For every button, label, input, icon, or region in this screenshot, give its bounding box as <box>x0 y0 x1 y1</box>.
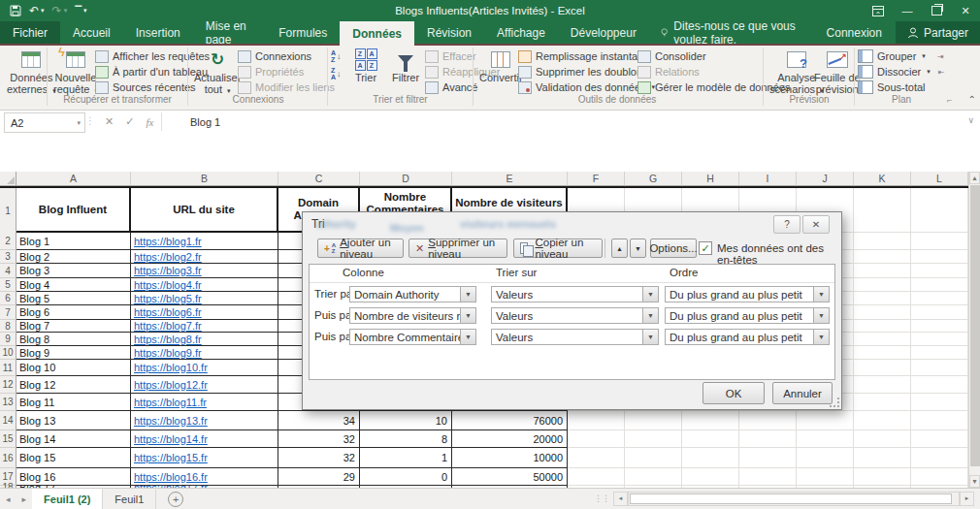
column-header-A[interactable]: A <box>16 172 131 186</box>
cell-blog-url[interactable]: https://blog13.fr <box>131 411 278 430</box>
empty-cell[interactable] <box>625 411 682 430</box>
copy-level-button[interactable]: Copier un niveau <box>513 239 603 258</box>
blog-hyperlink[interactable]: https://blog15.fr <box>134 452 208 463</box>
row-header-2[interactable]: 2 <box>0 233 16 250</box>
customize-qat-icon[interactable]: ▔▾ <box>75 6 86 16</box>
row-header-13[interactable]: 13 <box>0 394 16 411</box>
ok-button[interactable]: OK <box>702 382 765 404</box>
empty-cell[interactable] <box>911 411 968 430</box>
formula-bar-splitter[interactable]: ⋮ <box>85 115 96 126</box>
blog-hyperlink[interactable]: https://blog3.fr <box>134 265 202 276</box>
blog-hyperlink[interactable]: https://blog8.fr <box>134 334 202 345</box>
tell-me-box[interactable]: Dites-nous ce que vous voulez faire. <box>649 21 813 44</box>
plan-dialog-launcher-icon[interactable]: ⌐ <box>947 95 952 105</box>
cell-blog-name[interactable]: Blog 16 <box>16 468 131 486</box>
show-detail-icon[interactable]: ⇥ <box>937 52 944 61</box>
minimize-button[interactable]: — <box>893 0 922 21</box>
cell-blog-name[interactable]: Blog 10 <box>16 360 131 376</box>
cell-blog-url[interactable]: https://blog3.fr <box>131 264 278 278</box>
empty-cell[interactable] <box>854 430 911 448</box>
cell-commentaires[interactable]: 8 <box>360 430 452 448</box>
tab-scroll-splitter[interactable]: ⋮⋮ <box>594 493 609 503</box>
empty-cell[interactable] <box>797 468 854 486</box>
empty-cell[interactable] <box>854 305 911 320</box>
cell-blog-url[interactable]: https://blog1.fr <box>131 233 278 250</box>
sheet-tab-feuil1-2[interactable]: Feuil1 (2) <box>32 489 103 509</box>
blog-hyperlink[interactable]: https://blog11.fr <box>134 397 207 408</box>
empty-cell[interactable] <box>854 264 911 278</box>
sous-total-button[interactable]: Sous-total <box>858 80 944 95</box>
close-button[interactable]: ✕ <box>951 0 980 21</box>
cell-blog-name[interactable]: Blog 9 <box>16 346 131 360</box>
cell-blog-url[interactable]: https://blog12.fr <box>131 376 278 394</box>
feuille-de-prevision-button[interactable]: Feuille de prévision <box>811 47 864 97</box>
formula-bar-collapse-icon[interactable]: ∨ <box>967 115 974 125</box>
empty-cell[interactable] <box>911 468 968 486</box>
empty-cell[interactable] <box>911 292 968 305</box>
empty-cell[interactable] <box>568 468 625 486</box>
supprimer-les-doublons-button[interactable]: Supprimer les doublons <box>518 64 655 80</box>
formula-content[interactable]: Blog 1 <box>190 112 220 131</box>
column-header-E[interactable]: E <box>452 172 568 186</box>
column-header-G[interactable]: G <box>625 172 682 186</box>
cell-blog-name[interactable]: Blog 6 <box>16 305 131 320</box>
cell-blog-url[interactable]: https://blog10.fr <box>131 360 278 376</box>
cell-blog-url[interactable]: https://blog5.fr <box>131 292 278 305</box>
blog-hyperlink[interactable]: https://blog1.fr <box>134 236 202 247</box>
cell-visiteurs[interactable]: 20000 <box>452 430 568 448</box>
row-header-15[interactable]: 15 <box>0 430 16 448</box>
trier-button[interactable]: ZAAZ Trier <box>351 47 380 85</box>
cell-domain-authority[interactable]: 34 <box>278 411 360 430</box>
ribbon-tab-développeur[interactable]: Développeur <box>558 21 649 44</box>
cell-blog-url[interactable]: https://blog6.fr <box>131 305 278 320</box>
options-button[interactable]: Options... <box>650 239 697 258</box>
ribbon-tab-fichier[interactable]: Fichier <box>0 21 60 44</box>
empty-cell[interactable] <box>911 188 968 233</box>
move-level-up-button[interactable]: ▲ <box>611 239 628 258</box>
column-header-K[interactable]: K <box>854 172 911 186</box>
empty-cell[interactable] <box>739 468 797 486</box>
cancel-entry-icon[interactable]: ✕ <box>105 115 114 128</box>
cell-domain-authority[interactable]: 32 <box>278 430 360 448</box>
empty-cell[interactable] <box>911 394 968 411</box>
row-header-4[interactable]: 4 <box>0 264 16 278</box>
undo-icon[interactable]: ↶▾ <box>29 4 45 17</box>
empty-cell[interactable] <box>854 411 911 430</box>
column-header-F[interactable]: F <box>568 172 625 186</box>
empty-cell[interactable] <box>854 292 911 305</box>
cell-commentaires[interactable]: 0 <box>360 468 452 486</box>
empty-cell[interactable] <box>854 448 911 468</box>
row-header-11[interactable]: 11 <box>0 360 16 376</box>
ribbon-tab-insertion[interactable]: Insertion <box>123 21 193 44</box>
save-icon[interactable] <box>10 5 21 16</box>
sheet-nav-right-icon[interactable]: ▸ <box>16 494 33 504</box>
add-level-button[interactable]: +AZ Ajouter un niveau <box>317 239 404 258</box>
empty-cell[interactable] <box>739 448 797 468</box>
vertical-scrollbar[interactable]: ▲ ▼ <box>968 172 980 488</box>
sort-on-select[interactable]: Valeurs▼ <box>491 307 659 324</box>
empty-cell[interactable] <box>911 430 968 448</box>
partager-button[interactable]: Partager <box>896 21 980 44</box>
empty-cell[interactable] <box>739 430 797 448</box>
move-level-down-button[interactable]: ▼ <box>630 239 646 258</box>
cell-visiteurs[interactable]: 10000 <box>452 448 568 468</box>
header-cell-blog-influent[interactable]: Blog Influent <box>16 188 131 233</box>
blog-hyperlink[interactable]: https://blog12.fr <box>134 379 208 391</box>
horizontal-scroll-thumb[interactable] <box>630 493 952 504</box>
row-header-5[interactable]: 5 <box>0 278 16 292</box>
order-select[interactable]: Du plus grand au plus petit▼ <box>665 307 830 324</box>
cell-blog-name[interactable]: Blog 15 <box>16 448 131 468</box>
cell-blog-url[interactable]: https://blog4.fr <box>131 278 278 292</box>
sort-az-button[interactable]: AZ↓ <box>331 49 342 63</box>
row-header-10[interactable]: 10 <box>0 346 16 360</box>
blog-hyperlink[interactable]: https://blog13.fr <box>134 415 208 427</box>
empty-cell[interactable] <box>854 320 911 333</box>
empty-cell[interactable] <box>911 305 968 320</box>
restore-button[interactable] <box>922 0 951 21</box>
cell-blog-name[interactable]: Blog 11 <box>16 394 131 411</box>
empty-cell[interactable] <box>911 360 968 376</box>
empty-cell[interactable] <box>911 278 968 292</box>
blog-hyperlink[interactable]: https://blog5.fr <box>134 293 202 304</box>
column-header-L[interactable]: L <box>911 172 968 186</box>
headers-checkbox-label[interactable]: Mes données ont des en-têtes <box>717 242 841 266</box>
